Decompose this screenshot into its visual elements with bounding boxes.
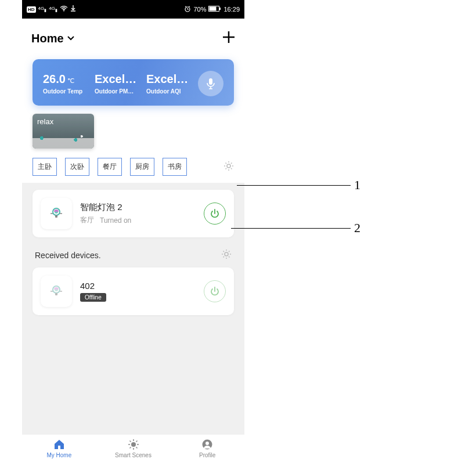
nav-profile[interactable]: Profile [170, 435, 244, 464]
gear-icon [221, 249, 232, 259]
device-icon [41, 276, 72, 307]
nav-label: My Home [46, 452, 71, 458]
bulb-icon [48, 205, 64, 222]
annotation-number-1: 1 [354, 178, 360, 193]
hd-badge: HD [27, 6, 36, 13]
device-name: 402 [80, 281, 196, 291]
device-status: Turned on [100, 216, 131, 225]
nav-scenes[interactable]: Smart Scenes [96, 435, 171, 464]
offline-badge: Offline [80, 293, 106, 302]
aqi-label: Outdoor AQI [146, 88, 190, 95]
power-button[interactable] [204, 203, 226, 225]
wifi-icon [60, 6, 68, 13]
signal-4g-icon-2: 4G▮ [49, 6, 57, 13]
chevron-down-icon [67, 34, 74, 42]
status-time: 16:29 [223, 6, 240, 13]
signal-4g-icon-1: 4G▮ [38, 6, 47, 13]
room-tab[interactable]: 次卧 [65, 158, 89, 176]
alarm-icon [184, 5, 191, 13]
scene-row: relax [22, 114, 244, 156]
battery-percent: 70% [193, 6, 206, 13]
header: Home [22, 19, 244, 55]
svg-rect-8 [55, 215, 57, 218]
download-icon [70, 5, 76, 13]
pm-label: Outdoor PM… [95, 88, 138, 95]
status-bar: HD 4G▮ 4G▮ 70% 16:29 [22, 0, 244, 19]
room-tabs: 主卧 次卧 餐厅 厨房 书房 [22, 156, 244, 183]
svg-point-12 [131, 442, 136, 447]
device-name: 智能灯泡 2 [80, 202, 196, 213]
temp-value: 26.0 [43, 73, 66, 85]
home-label: Home [31, 32, 64, 45]
svg-rect-3 [210, 7, 217, 11]
mic-icon [206, 78, 215, 89]
power-button[interactable] [204, 280, 226, 302]
bulb-icon [48, 283, 64, 299]
nav-label: Smart Scenes [115, 452, 152, 458]
sun-icon [128, 439, 139, 450]
annotation-number-2: 2 [354, 220, 360, 236]
voice-button[interactable] [198, 71, 223, 96]
power-icon [210, 287, 219, 296]
received-settings-button[interactable] [221, 249, 232, 262]
home-selector[interactable]: Home [31, 32, 74, 45]
nav-home[interactable]: My Home [22, 435, 96, 464]
temp-label: Outdoor Temp [43, 88, 86, 95]
room-tab[interactable]: 主卧 [33, 158, 57, 176]
room-tab[interactable]: 书房 [163, 158, 187, 176]
bottom-nav: My Home Smart Scenes Profile [22, 434, 244, 464]
svg-point-6 [227, 164, 230, 168]
weather-card[interactable]: 26.0℃ Outdoor Temp Excell… Outdoor PM… E… [33, 59, 234, 106]
svg-rect-5 [209, 78, 212, 85]
nav-label: Profile [199, 452, 215, 458]
gear-icon [223, 161, 234, 171]
temp-unit: ℃ [67, 77, 74, 84]
device-room: 客厅 [80, 215, 94, 225]
svg-rect-11 [55, 293, 57, 295]
svg-point-14 [205, 442, 209, 445]
battery-icon [208, 6, 221, 13]
aqi-value: Excell… [146, 73, 190, 86]
power-icon [210, 209, 219, 218]
home-icon [53, 439, 65, 450]
received-section-title: Received devices. [35, 251, 101, 260]
svg-rect-4 [219, 8, 221, 10]
add-button[interactable] [222, 29, 235, 48]
scene-card-relax[interactable]: relax [33, 114, 94, 149]
annotation-line-2 [231, 228, 351, 229]
device-card[interactable]: 402 Offline [33, 267, 234, 315]
device-area: 智能灯泡 2 客厅 Turned on Received devices. [22, 183, 244, 434]
room-tab[interactable]: 厨房 [130, 158, 154, 176]
scene-label: relax [37, 117, 53, 126]
room-tab[interactable]: 餐厅 [98, 158, 122, 176]
profile-icon [202, 439, 212, 450]
device-card[interactable]: 智能灯泡 2 客厅 Turned on [33, 190, 234, 237]
svg-point-0 [63, 10, 64, 12]
pm-value: Excell… [95, 73, 138, 86]
annotation-line-1 [237, 185, 351, 186]
svg-point-9 [225, 252, 228, 256]
room-settings-button[interactable] [223, 161, 234, 173]
device-icon [41, 198, 72, 229]
